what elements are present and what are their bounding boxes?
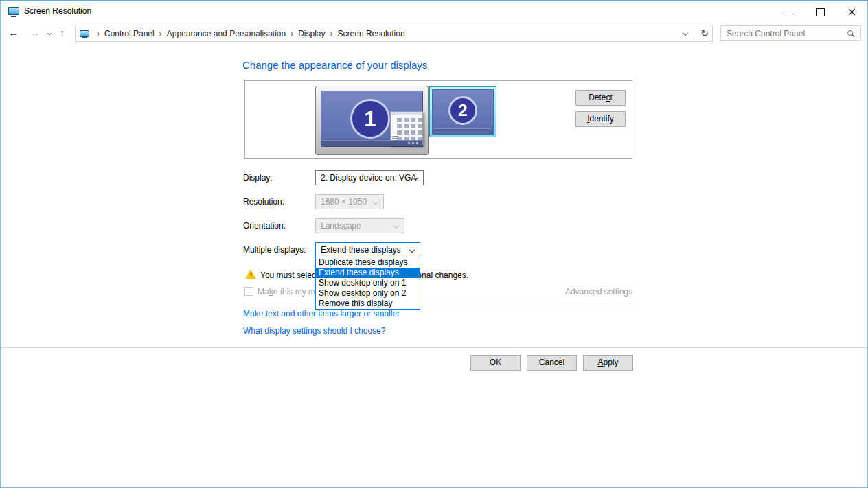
orientation-label: Orientation: (243, 221, 286, 231)
breadcrumb-item-screen-resolution[interactable]: Screen Resolution (338, 29, 405, 38)
close-button[interactable] (836, 1, 867, 21)
detect-label: Dete (589, 93, 606, 102)
identify-label-end: dentify (589, 114, 613, 124)
refresh-icon[interactable]: ↻ (700, 27, 709, 38)
search-box (720, 25, 861, 41)
cancel-button[interactable]: Cancel (527, 355, 577, 371)
forward-icon: → (30, 25, 41, 40)
window-title: Screen Resolution (24, 6, 91, 16)
detect-button[interactable]: Detect (575, 90, 626, 106)
apply-accesskey: A (597, 358, 603, 367)
page-title: Change the appearance of your displays (242, 59, 427, 71)
chevron-down-icon (393, 223, 399, 229)
divider (243, 303, 632, 303)
recent-pages-chevron-icon[interactable] (47, 31, 52, 36)
monitor-2-screen: 2 (432, 89, 494, 135)
orientation-dropdown-value: Landscape (321, 221, 361, 231)
monitor-1-screen: 1 (321, 91, 423, 147)
chevron-down-icon (373, 199, 378, 205)
breadcrumb-item-control-panel[interactable]: Control Panel (104, 29, 155, 38)
breadcrumb-separator-icon[interactable]: › (326, 29, 338, 38)
monitor-1-number: 1 (350, 99, 390, 139)
display-settings-help-link[interactable]: What display settings should I choose? (243, 326, 385, 336)
monitor-1[interactable]: 1 (315, 86, 429, 155)
monitor-1-taskbar (321, 140, 422, 146)
multiple-displays-label: Multiple displays: (243, 245, 306, 255)
monitor-2-number: 2 (448, 96, 477, 125)
make-text-larger-link[interactable]: Make text and other items larger or smal… (243, 309, 400, 318)
orientation-dropdown: Landscape (315, 218, 404, 233)
search-icon[interactable] (847, 30, 853, 36)
ok-button[interactable]: OK (470, 355, 521, 371)
display-dropdown[interactable]: 2. Display device on: VGA (315, 170, 424, 185)
navigation-bar: ← → ↑ › Control Panel › Appearance and P… (1, 22, 867, 45)
resolution-dropdown: 1680 × 1050 (315, 194, 384, 209)
up-icon[interactable]: ↑ (60, 25, 65, 40)
apply-button[interactable]: Apply (583, 355, 633, 371)
footer-separator (1, 347, 867, 348)
menu-item-show-only-2[interactable]: Show desktop only on 2 (316, 288, 420, 299)
address-dropdown-chevron-icon[interactable] (683, 30, 688, 36)
menu-item-duplicate[interactable]: Duplicate these displays (316, 257, 420, 268)
chevron-down-icon (409, 247, 415, 253)
menu-item-extend-selected[interactable]: Extend these displays (316, 268, 420, 278)
breadcrumb-separator-icon[interactable]: › (92, 29, 104, 38)
resolution-label: Resolution: (243, 197, 284, 207)
breadcrumb: › Control Panel › Appearance and Persona… (75, 25, 713, 42)
breadcrumb-separator-icon[interactable]: › (286, 29, 298, 38)
maximize-button[interactable] (804, 1, 836, 21)
search-input[interactable] (721, 26, 843, 40)
breadcrumb-separator-icon[interactable]: › (155, 29, 167, 38)
multiple-displays-menu: Duplicate these displays Extend these di… (315, 257, 420, 310)
menu-item-show-only-1[interactable]: Show desktop only on 1 (316, 278, 420, 288)
monitor-2-taskbar (433, 128, 493, 134)
detect-label-end: t (610, 93, 613, 102)
taskbar-dots-icon (408, 142, 410, 144)
screen-resolution-window: Screen Resolution ← → ↑ › Control Panel … (0, 0, 868, 488)
titlebar: Screen Resolution (1, 1, 867, 22)
resolution-dropdown-value: 1680 × 1050 (321, 197, 367, 207)
multiple-displays-dropdown-value: Extend these displays (321, 245, 401, 255)
monitor-preview-box: 1 2 Detect Identify (244, 80, 632, 159)
multiple-displays-dropdown[interactable]: Extend these displays (315, 242, 420, 257)
menu-item-remove-display[interactable]: Remove this display (316, 299, 420, 309)
minimize-button[interactable] (773, 1, 804, 21)
sample-window-grid (397, 118, 402, 122)
sample-window-titlebar (391, 112, 422, 115)
warning-exclamation: ! (250, 272, 252, 279)
monitor-2-selected[interactable]: 2 (429, 86, 496, 137)
breadcrumb-item-appearance[interactable]: Appearance and Personalisation (167, 29, 286, 38)
divider (694, 25, 694, 41)
back-icon[interactable]: ← (8, 25, 19, 40)
breadcrumb-controls: ↻ (672, 25, 712, 41)
checkbox-label-start: Ma (258, 287, 269, 297)
breadcrumb-monitor-icon (80, 30, 89, 37)
display-label: Display: (243, 173, 273, 183)
main-display-checkbox (244, 287, 253, 296)
apply-label-end: pply (604, 358, 619, 367)
identify-button[interactable]: Identify (575, 111, 626, 127)
monitor-icon (8, 7, 19, 15)
breadcrumb-item-display[interactable]: Display (298, 29, 325, 38)
display-dropdown-value: 2. Display device on: VGA (321, 173, 416, 183)
